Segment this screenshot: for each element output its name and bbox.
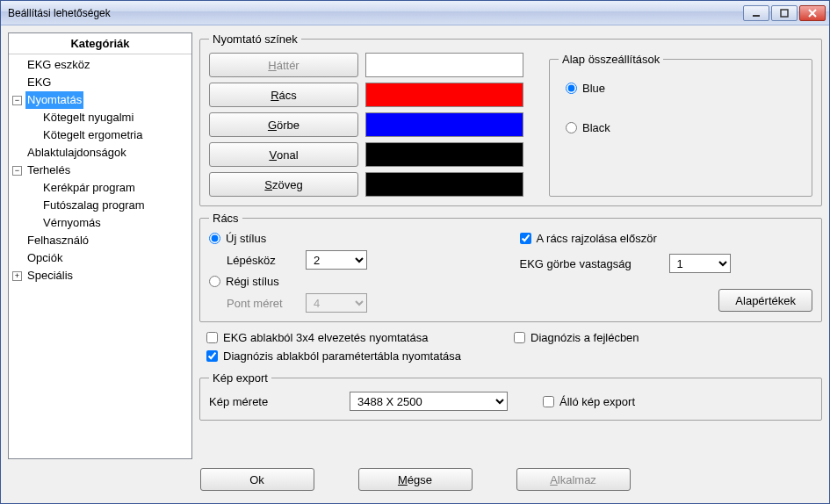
window-title: Beállítási lehetőségek	[8, 7, 743, 19]
presets-group: Alap összeállítások BlueBlack	[549, 53, 812, 197]
draw-grid-first-label: A rács rajzolása először	[537, 232, 657, 245]
presets-legend: Alap összeállítások	[559, 53, 663, 66]
preset-blue-label: Blue	[582, 82, 605, 95]
minimize-button[interactable]	[743, 5, 769, 21]
printer-colors-legend: Nyomtató színek	[209, 32, 301, 46]
print-paramtable-label: Diagnózis ablakból paramétertábla nyomta…	[223, 349, 461, 363]
expand-icon[interactable]: +	[12, 271, 22, 281]
preset-black-label: Black	[582, 121, 610, 134]
defaults-button[interactable]: Alapértékek	[718, 289, 812, 312]
tree-item[interactable]: Kerékpár program	[11, 179, 190, 197]
cancel-button[interactable]: Mégse	[358, 468, 473, 491]
step-select[interactable]: 2	[306, 250, 367, 270]
gorbe-color-button[interactable]: Görbe	[209, 112, 358, 137]
tree-item[interactable]: Ablaktulajdonságok	[11, 144, 190, 162]
szoveg-color-swatch[interactable]	[365, 172, 523, 197]
tree-item-label[interactable]: Vérnyomás	[41, 214, 103, 232]
new-style-label: Új stílus	[226, 232, 266, 245]
tree-item[interactable]: Felhasználó	[11, 232, 190, 249]
tree-item[interactable]: +Speciális	[11, 267, 190, 284]
hatter-color-swatch[interactable]	[365, 53, 523, 77]
draw-grid-first-check[interactable]: A rács rajzolása először	[520, 232, 813, 245]
presets-options: BlueBlack	[559, 73, 803, 143]
tree-item-label[interactable]: EKG eszköz	[25, 56, 92, 74]
tree-item-label[interactable]: Kerékpár program	[41, 179, 137, 197]
preset-black-radio[interactable]: Black	[566, 121, 796, 134]
vonal-color-button[interactable]: Vonal	[209, 142, 358, 167]
racs-color-swatch[interactable]	[365, 83, 523, 107]
tree-header: Kategóriák	[9, 33, 191, 54]
export-size-select[interactable]: 3488 X 2500	[350, 392, 508, 411]
settings-window: Beállítási lehetőségek Kategóriák EKG es…	[0, 0, 830, 504]
tree-item[interactable]: Opciók	[11, 249, 190, 267]
hatter-color-button: Háttér	[209, 53, 358, 77]
portrait-export-label: Álló kép export	[559, 395, 635, 408]
tree-item[interactable]: Kötegelt ergometria	[11, 126, 190, 144]
pointsize-select: 4	[306, 293, 367, 313]
tree-item[interactable]: EKG	[11, 74, 190, 91]
tree-item[interactable]: Kötegelt nyugalmi	[11, 109, 190, 126]
export-group: Kép export Kép mérete 3488 X 2500 Álló k…	[199, 371, 822, 421]
dialog-buttons: Ok Mégse Alkalmaz	[8, 459, 822, 496]
tree-item[interactable]: Vérnyomás	[11, 214, 190, 232]
tree-item-label[interactable]: Ablaktulajdonságok	[25, 144, 128, 162]
tree-item-label[interactable]: EKG	[25, 74, 53, 91]
tree-item-label[interactable]: Kötegelt nyugalmi	[41, 109, 135, 126]
print-3x4-check[interactable]: EKG ablakból 3x4 elvezetés nyomtatása	[206, 331, 461, 344]
diag-header-check[interactable]: Diagnózis a fejlécben	[514, 331, 639, 344]
tree-item[interactable]: −Nyomtatás	[11, 91, 190, 109]
export-size-label: Kép mérete	[209, 395, 314, 408]
print-3x4-label: EKG ablakból 3x4 elvezetés nyomtatása	[223, 331, 428, 344]
maximize-button[interactable]	[771, 5, 798, 21]
tree-item-label[interactable]: Nyomtatás	[25, 91, 83, 109]
apply-button[interactable]: Alkalmaz	[516, 468, 631, 491]
titlebar: Beállítási lehetőségek	[1, 1, 829, 25]
settings-panel: Nyomtató színek HáttérRácsGörbeVonalSzöv…	[199, 32, 822, 459]
step-label: Lépésköz	[227, 254, 297, 267]
old-style-label: Régi stílus	[226, 275, 279, 288]
tree-item[interactable]: EKG eszköz	[11, 56, 190, 74]
grid-legend: Rács	[209, 212, 242, 225]
collapse-icon[interactable]: −	[12, 166, 22, 176]
ok-button[interactable]: Ok	[200, 468, 314, 491]
tree-item-label[interactable]: Felhasználó	[25, 232, 90, 249]
tree-item-label[interactable]: Terhelés	[25, 162, 72, 179]
print-paramtable-check[interactable]: Diagnózis ablakból paramétertábla nyomta…	[206, 349, 461, 363]
svg-rect-1	[781, 10, 788, 17]
main-area: Kategóriák EKG eszközEKG−NyomtatásKötege…	[8, 32, 822, 459]
client-area: Kategóriák EKG eszközEKG−NyomtatásKötege…	[1, 25, 829, 503]
diag-header-label: Diagnózis a fejlécben	[530, 331, 639, 344]
tree-item-label[interactable]: Kötegelt ergometria	[41, 126, 144, 144]
tree-item[interactable]: −Terhelés	[11, 162, 190, 179]
category-tree[interactable]: EKG eszközEKG−NyomtatásKötegelt nyugalmi…	[9, 54, 191, 458]
grid-group: Rács Új stílus Lépésköz 2	[199, 212, 822, 322]
szoveg-color-button[interactable]: Szöveg	[209, 172, 358, 197]
maximize-icon	[780, 9, 789, 18]
collapse-icon[interactable]: −	[12, 96, 22, 105]
pointsize-label: Pont méret	[227, 297, 297, 310]
close-icon	[808, 9, 817, 18]
titlebar-buttons	[743, 5, 826, 21]
tree-item[interactable]: Futószalag program	[11, 197, 190, 214]
tree-item-label[interactable]: Opciók	[25, 249, 64, 267]
print-options: EKG ablakból 3x4 elvezetés nyomtatása Di…	[199, 328, 822, 366]
portrait-export-check[interactable]: Álló kép export	[543, 395, 635, 408]
old-style-radio[interactable]: Régi stílus	[209, 275, 502, 288]
minimize-icon	[752, 9, 761, 18]
curve-width-select[interactable]: 1	[669, 254, 731, 273]
tree-item-label[interactable]: Speciális	[25, 267, 75, 284]
export-legend: Kép export	[209, 371, 271, 385]
new-style-radio[interactable]: Új stílus	[209, 232, 502, 245]
tree-item-label[interactable]: Futószalag program	[41, 197, 147, 214]
racs-color-button[interactable]: Rács	[209, 83, 358, 107]
curve-width-label: EKG görbe vastagság	[520, 257, 660, 270]
color-rows: HáttérRácsGörbeVonalSzöveg	[209, 53, 540, 197]
vonal-color-swatch[interactable]	[365, 142, 523, 167]
close-button[interactable]	[799, 5, 826, 21]
gorbe-color-swatch[interactable]	[365, 112, 523, 137]
printer-colors-group: Nyomtató színek HáttérRácsGörbeVonalSzöv…	[199, 32, 822, 206]
preset-blue-radio[interactable]: Blue	[566, 82, 796, 95]
category-tree-panel: Kategóriák EKG eszközEKG−NyomtatásKötege…	[8, 32, 192, 459]
